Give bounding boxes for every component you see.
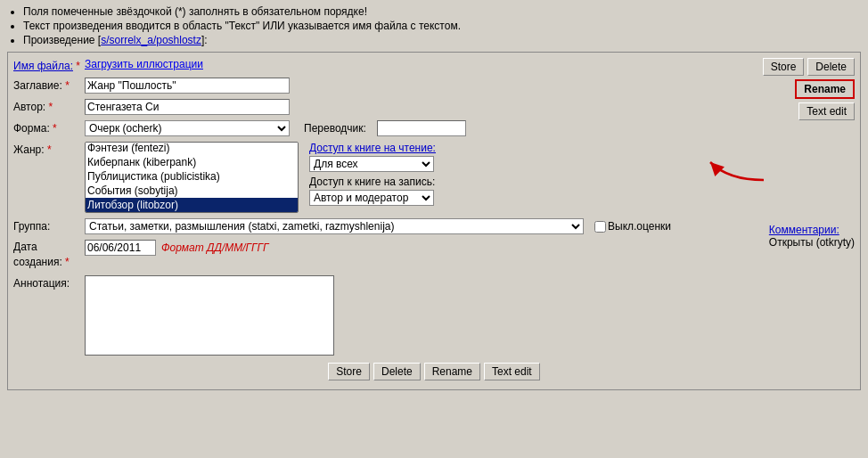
- avtor-label: Автор: *: [13, 99, 85, 113]
- vyкl-otsenki-checkbox[interactable]: [594, 221, 606, 233]
- annotation-label: Аннотация:: [13, 275, 85, 290]
- gruppa-row: Группа: Статьи, заметки, размышления (st…: [13, 218, 855, 234]
- vyкl-otsenki-label[interactable]: Выкл.оценки: [594, 220, 671, 233]
- file-name-link[interactable]: Имя файла:: [13, 60, 73, 72]
- comments-label: Комментарии:: [769, 224, 855, 236]
- info-line3: Произведение [s/sorrelx_a/poshlostz]:: [23, 34, 861, 46]
- group-select[interactable]: Статьи, заметки, размышления (statxi, za…: [85, 218, 584, 234]
- genre-listbox[interactable]: Фэнтези (fentezi) Киберпанк (kiberpank) …: [85, 142, 299, 213]
- annotation-textarea[interactable]: [85, 275, 334, 356]
- zaglav-row: Заглавие: *: [13, 78, 855, 94]
- access-read-row: Доступ к книге на чтение: Для всех Зарег…: [309, 142, 436, 172]
- file-name-label: Имя файла: *: [13, 58, 85, 72]
- access-read-select[interactable]: Для всех Зарегистрированным: [309, 156, 434, 172]
- date-label: Дата создания: *: [13, 240, 85, 270]
- date-top: Формат ДД/ММ/ГГГГ: [85, 240, 269, 256]
- forma-select[interactable]: Очерк (ocherk) Рассказ (rasskaz) Поэма (…: [85, 120, 290, 136]
- avtor-input[interactable]: [85, 99, 290, 115]
- zaglav-label: Заглавие: *: [13, 78, 85, 92]
- top-buttons-area: Store Delete Rename Text edit: [763, 58, 855, 120]
- text-edit-button-top[interactable]: Text edit: [798, 102, 855, 120]
- delete-button-bottom[interactable]: Delete: [373, 363, 421, 380]
- date-format: Формат ДД/ММ/ГГГГ: [161, 241, 269, 254]
- access-section: Доступ к книге на чтение: Для всех Зарег…: [309, 142, 436, 206]
- rename-button-top[interactable]: Rename: [795, 79, 855, 99]
- bottom-buttons: Store Delete Rename Text edit: [13, 363, 855, 384]
- access-write-row: Доступ к книге на запись: Автор и модера…: [309, 176, 436, 206]
- group-content: Статьи, заметки, размышления (statxi, za…: [85, 218, 671, 234]
- date-input[interactable]: [85, 240, 156, 256]
- zhanr-row: Жанр: * Фэнтези (fentezi) Киберпанк (kib…: [13, 142, 855, 213]
- info-line1: Поля помеченные звёздочкой (*) заполнять…: [23, 5, 861, 18]
- text-edit-button-bottom[interactable]: Text edit: [484, 363, 540, 380]
- annotation-row: Аннотация:: [13, 275, 855, 356]
- forma-label: Форма: *: [13, 120, 85, 135]
- avtor-row: Автор: *: [13, 99, 855, 115]
- info-line2: Текст произведения вводится в область "Т…: [23, 20, 861, 32]
- perevodchik-label: Переводчик:: [304, 122, 366, 135]
- delete-button-top[interactable]: Delete: [807, 58, 855, 76]
- top-buttons-row1: Store Delete: [763, 58, 855, 76]
- zaglav-input[interactable]: [85, 78, 290, 94]
- store-button-top[interactable]: Store: [763, 58, 805, 76]
- comments-link[interactable]: Комментарии:: [769, 224, 839, 236]
- forma-row: Форма: * Очерк (ocherk) Рассказ (rasskaz…: [13, 120, 855, 136]
- zhanr-label: Жанр: *: [13, 142, 85, 156]
- forma-content: Очерк (ocherk) Рассказ (rasskaz) Поэма (…: [85, 120, 466, 136]
- rename-button-bottom[interactable]: Rename: [424, 363, 480, 380]
- date-content: Формат ДД/ММ/ГГГГ Комментарии: Открыты (…: [85, 240, 269, 256]
- gruppa-label: Группа:: [13, 218, 85, 233]
- comments-section: Комментарии: Открыты (otkryty): [769, 224, 855, 249]
- work-link[interactable]: s/sorrelx_a/poshlostz: [101, 34, 201, 46]
- info-section: Поля помеченные звёздочкой (*) заполнять…: [7, 5, 861, 46]
- access-read-link[interactable]: Доступ к книге на чтение:: [309, 142, 436, 154]
- access-read-label: Доступ к книге на чтение:: [309, 142, 436, 154]
- access-write-select[interactable]: Автор и модератор Автор: [309, 190, 434, 206]
- form-container: Store Delete Rename Text edit Имя файла:…: [7, 52, 861, 390]
- access-write-label: Доступ к книге на запись:: [309, 176, 436, 188]
- store-button-bottom[interactable]: Store: [328, 363, 370, 380]
- file-name-row: Имя файла: * Загрузить иллюстрации: [13, 58, 855, 72]
- perevodchik-input[interactable]: [377, 120, 466, 136]
- date-row: Дата создания: * Формат ДД/ММ/ГГГГ Комме…: [13, 240, 855, 270]
- genre-content: Фэнтези (fentezi) Киберпанк (kiberpank) …: [85, 142, 436, 213]
- comments-value: Открыты (otkryty): [769, 236, 855, 249]
- upload-illustrations-link[interactable]: Загрузить иллюстрации: [85, 58, 203, 70]
